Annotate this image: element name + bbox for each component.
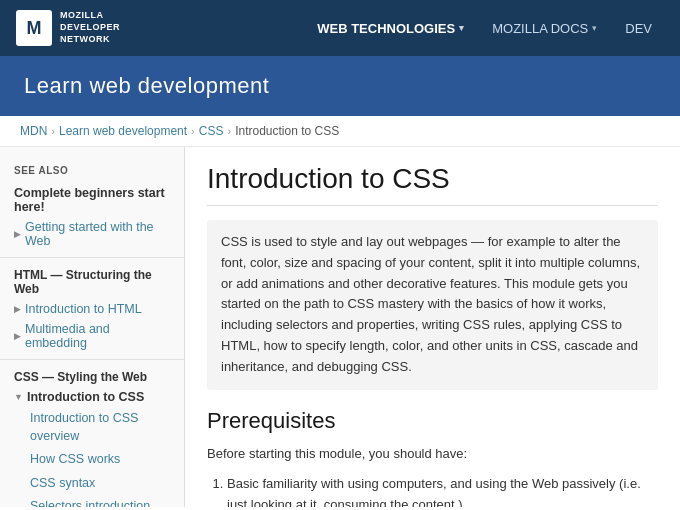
breadcrumb-learn[interactable]: Learn web development [59, 124, 187, 138]
sidebar-css-title: CSS — Styling the Web [0, 364, 184, 387]
sidebar-html-title: HTML — Structuring the Web [0, 262, 184, 299]
sidebar: SEE ALSO Complete beginners start here! … [0, 147, 185, 507]
breadcrumb-mdn[interactable]: MDN [20, 124, 47, 138]
chevron-down-icon: ▾ [459, 23, 464, 33]
breadcrumb-css[interactable]: CSS [199, 124, 224, 138]
sidebar-item-css-syntax[interactable]: CSS syntax [0, 472, 184, 496]
hero-banner: Learn web development [0, 56, 680, 116]
logo-letter: M [27, 18, 42, 39]
breadcrumb: MDN › Learn web development › CSS › Intr… [0, 116, 680, 147]
main-content: SEE ALSO Complete beginners start here! … [0, 147, 680, 507]
hero-title: Learn web development [24, 73, 269, 99]
chevron-right-icon: ▶ [14, 331, 21, 341]
breadcrumb-current: Introduction to CSS [235, 124, 339, 138]
article-title: Introduction to CSS [207, 163, 658, 206]
nav-bar: M MOZILLA DEVELOPER NETWORK WEB TECHNOLO… [0, 0, 680, 56]
sidebar-item-css-overview[interactable]: Introduction to CSS overview [0, 407, 184, 448]
list-item: Basic familiarity with using computers, … [227, 474, 658, 507]
sidebar-item-intro-html[interactable]: ▶ Introduction to HTML [0, 299, 184, 319]
chevron-right-icon: ▶ [14, 304, 21, 314]
sidebar-group-html: HTML — Structuring the Web ▶ Introductio… [0, 257, 184, 353]
sidebar-section-label: SEE ALSO [0, 159, 184, 180]
sidebar-item-intro-css[interactable]: ▼ Introduction to CSS [0, 387, 184, 407]
prerequisites-list: Basic familiarity with using computers, … [207, 474, 658, 507]
sidebar-item-multimedia[interactable]: ▶ Multimedia and embedding [0, 319, 184, 353]
sidebar-item-how-css-works[interactable]: How CSS works [0, 448, 184, 472]
article-content: Introduction to CSS CSS is used to style… [185, 147, 680, 507]
logo-box: M [16, 10, 52, 46]
prerequisites-intro: Before starting this module, you should … [207, 444, 658, 465]
sidebar-item-selectors-intro[interactable]: Selectors introduction [0, 495, 184, 507]
nav-link-web-technologies[interactable]: WEB TECHNOLOGIES ▾ [305, 13, 476, 44]
logo-text: MOZILLA DEVELOPER NETWORK [60, 10, 120, 45]
sidebar-group-css: CSS — Styling the Web ▼ Introduction to … [0, 359, 184, 507]
chevron-down-icon: ▼ [14, 392, 23, 402]
sidebar-beginners-label: Complete beginners start here! [0, 180, 184, 217]
article-intro: CSS is used to style and lay out webpage… [207, 220, 658, 390]
nav-link-dev[interactable]: DEV [613, 13, 664, 44]
nav-links: WEB TECHNOLOGIES ▾ MOZILLA DOCS ▾ DEV [305, 13, 664, 44]
sidebar-item-getting-started[interactable]: ▶ Getting started with the Web [0, 217, 184, 251]
nav-link-mozilla-docs[interactable]: MOZILLA DOCS ▾ [480, 13, 609, 44]
breadcrumb-sep-3: › [227, 125, 231, 137]
chevron-down-icon: ▾ [592, 23, 597, 33]
breadcrumb-sep-2: › [191, 125, 195, 137]
prerequisites-title: Prerequisites [207, 408, 658, 434]
chevron-right-icon: ▶ [14, 229, 21, 239]
nav-logo[interactable]: M MOZILLA DEVELOPER NETWORK [16, 10, 120, 46]
breadcrumb-sep-1: › [51, 125, 55, 137]
